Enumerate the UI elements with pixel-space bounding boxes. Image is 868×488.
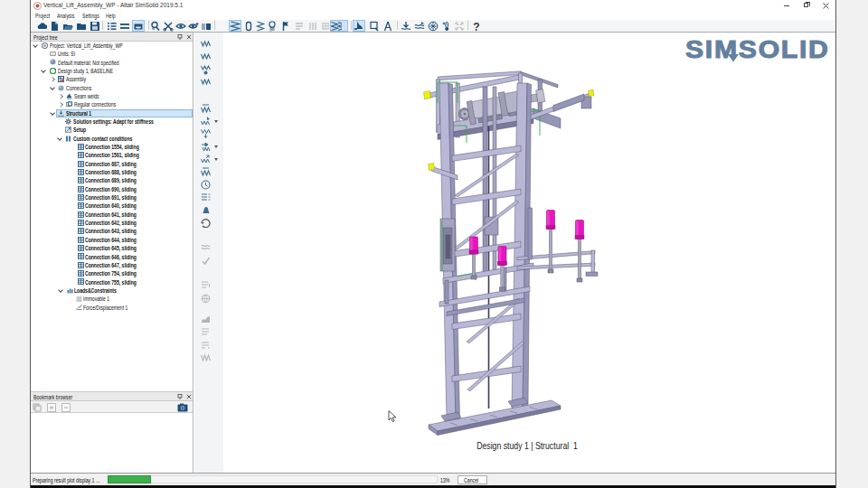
svg-text:?: ? [473, 21, 479, 32]
